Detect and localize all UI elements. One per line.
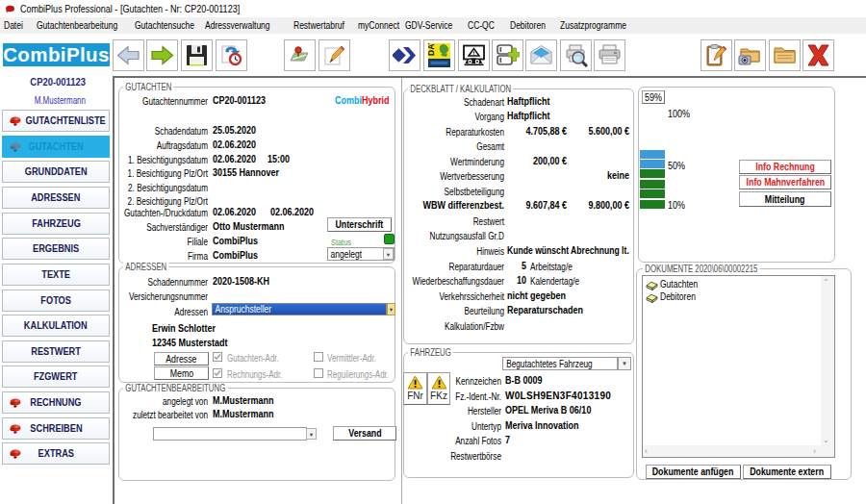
- svg-text:DAT: DAT: [427, 43, 436, 56]
